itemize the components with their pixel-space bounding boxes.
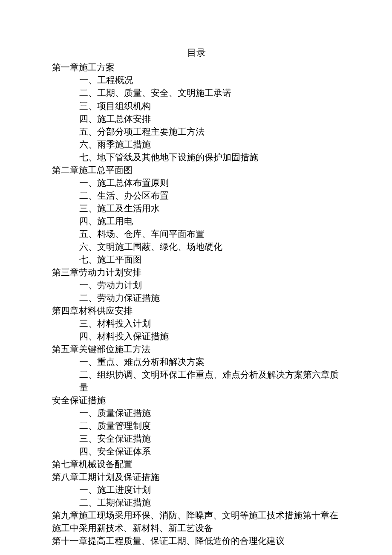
toc-line: 三、项目组织机构 <box>79 100 341 113</box>
toc-line: 七、地下管线及其他地下设施的保护加固措施 <box>79 151 341 164</box>
toc-line: 四、安全保证体系 <box>79 445 341 458</box>
toc-line: 二、工期保证措施 <box>79 496 341 509</box>
toc-line: 一、劳动力计划 <box>79 279 341 292</box>
toc-line: 四、材料投入保证措施 <box>79 330 341 343</box>
toc-line: 第二章施工总平面图 <box>52 164 341 176</box>
toc-line: 第五章关键部位施工方法 <box>52 343 341 356</box>
toc-line: 五、料场、仓库、车间平面布置 <box>79 228 341 240</box>
toc-line: 六、雨季施工措施 <box>79 138 341 151</box>
toc-line: 第十一章提高工程质量、保证工期、降低造价的合理化建议 <box>52 535 341 547</box>
toc-line: 二、劳动力保证措施 <box>79 292 341 304</box>
toc-line: 六、文明施工围蔽、绿化、场地硬化 <box>79 240 341 253</box>
toc-line: 三、安全保证措施 <box>79 432 341 445</box>
toc-line: 一、重点、难点分析和解决方案 <box>79 356 341 368</box>
toc-line: 安全保证措施 <box>52 394 341 407</box>
toc-line: 施工中采用新技术、新材料、新工艺设备 <box>52 522 341 535</box>
toc-line: 一、工程概况 <box>79 74 341 87</box>
toc-line: 二、生活、办公区布置 <box>79 189 341 202</box>
toc-line: 第三章劳动力计划安排 <box>52 266 341 279</box>
toc-line: 第八章工期计划及保证措施 <box>52 471 341 483</box>
toc-line: 四、施工总体安排 <box>79 113 341 125</box>
toc-body: 第一章施工方案一、工程概况二、工期、质量、安全、文明施工承诺三、项目组织机构四、… <box>52 61 341 547</box>
toc-line: 第九章施工现场采用环保、消防、降噪声、文明等施工技术措施第十章在 <box>52 509 341 522</box>
toc-line: 四、施工用电 <box>79 215 341 228</box>
toc-line: 第四章材料供应安排 <box>52 304 341 317</box>
toc-line: 一、施工总体布置原则 <box>79 176 341 189</box>
toc-line: 一、施工进度计划 <box>79 483 341 496</box>
toc-line: 三、材料投入计划 <box>79 317 341 330</box>
toc-line: 第七章机械设备配置 <box>52 458 341 471</box>
toc-line: 三、施工及生活用水 <box>79 202 341 215</box>
page-title: 目录 <box>52 46 341 59</box>
toc-line: 一、质量保证措施 <box>79 407 341 419</box>
toc-line: 二、工期、质量、安全、文明施工承诺 <box>79 87 341 99</box>
toc-line: 二、组织协调、文明环保工作重点、难点分析及解决方案第六章质量 <box>79 368 341 394</box>
toc-line: 五、分部分项工程主要施工方法 <box>79 125 341 138</box>
toc-line: 第一章施工方案 <box>52 61 341 74</box>
toc-line: 二、质量管理制度 <box>79 419 341 432</box>
toc-line: 七、施工平面图 <box>79 253 341 266</box>
